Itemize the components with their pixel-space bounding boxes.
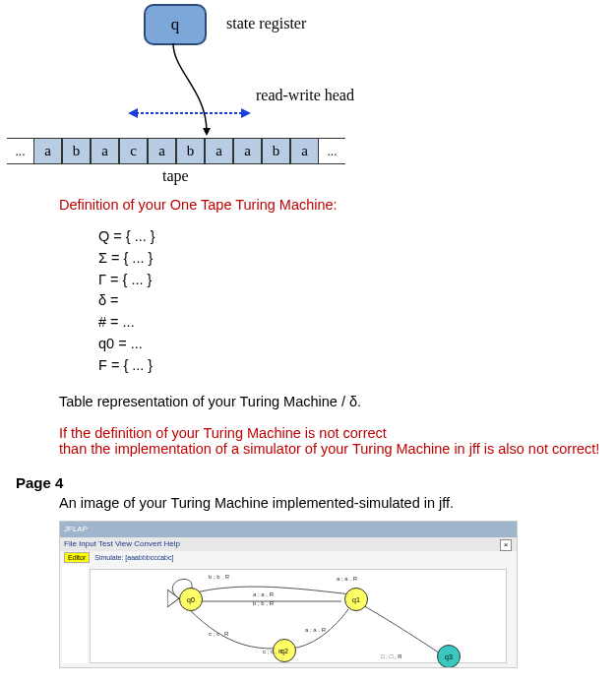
jff-transition: b ; b , R bbox=[209, 574, 229, 580]
def-line: F = { ... } bbox=[98, 355, 616, 377]
jff-tab-editor: Editor bbox=[64, 552, 90, 563]
head-connector bbox=[128, 41, 246, 140]
def-line: # = ... bbox=[98, 312, 616, 334]
tape-edge-left: ... bbox=[7, 138, 33, 164]
tape-cell: c bbox=[119, 138, 148, 164]
tape-cell: a bbox=[233, 138, 262, 164]
page-4-label: Page 4 bbox=[0, 457, 616, 495]
jff-canvas: q0 q1 q2 q3 b ; b , R a ; a , R b ; b , … bbox=[90, 569, 507, 663]
jff-screenshot: JFLAP File Input Test View Convert Help … bbox=[59, 521, 518, 668]
state-register-box: q bbox=[144, 4, 207, 45]
jff-title-bar: JFLAP bbox=[60, 522, 517, 537]
def-line: Q = { ... } bbox=[98, 226, 616, 248]
tape-edge-right: ... bbox=[319, 138, 345, 164]
def-line: q0 = ... bbox=[98, 334, 616, 355]
jff-transition: a ; a , R bbox=[305, 627, 326, 633]
definition-title: Definition of your One Tape Turing Machi… bbox=[59, 197, 616, 213]
turing-machine-diagram: q state register read-write head ... a b… bbox=[0, 0, 616, 177]
jff-transition: c ; c , R bbox=[263, 649, 282, 654]
jff-toolbar bbox=[62, 565, 88, 663]
jff-transition: □ ; □ , R bbox=[381, 653, 402, 659]
definition-lines: Q = { ... } Σ = { ... } Γ = { ... } δ = … bbox=[59, 226, 616, 376]
jff-transition: b ; b , R bbox=[253, 600, 274, 606]
def-line: Σ = { ... } bbox=[98, 248, 616, 270]
jff-transition: a ; a , R bbox=[253, 591, 274, 597]
label-read-write-head: read-write head bbox=[256, 87, 354, 104]
label-state-register: state register bbox=[226, 15, 306, 32]
tape-cell: a bbox=[33, 138, 62, 164]
head-range-arrow bbox=[128, 103, 251, 123]
table-caption: Table representation of your Turing Mach… bbox=[59, 394, 616, 409]
tape-cell: b bbox=[62, 138, 91, 164]
tape-label: tape bbox=[162, 167, 189, 185]
close-icon: × bbox=[500, 539, 512, 551]
jff-menu-bar: File Input Test View Convert Help bbox=[60, 537, 517, 551]
state-letter: q bbox=[171, 15, 180, 34]
jff-tab-bar: Editor Simulate: [aaabbbcccabc] bbox=[60, 551, 517, 565]
svg-marker-0 bbox=[203, 128, 211, 136]
tape-cell: a bbox=[148, 138, 176, 164]
tape-cell: b bbox=[262, 138, 290, 164]
def-line: Γ = { ... } bbox=[98, 270, 616, 291]
warning-line-2: than the implementation of a simulator o… bbox=[59, 441, 616, 457]
jff-state: q3 bbox=[437, 645, 461, 668]
jff-tab-simulate: Simulate: [aaabbbcccabc] bbox=[92, 553, 176, 562]
tape-cell: a bbox=[290, 138, 319, 164]
tape-cell: a bbox=[205, 138, 233, 164]
svg-marker-3 bbox=[241, 108, 251, 118]
jff-transition: c ; c , R bbox=[209, 631, 228, 637]
warning-line-1: If the definition of your Turing Machine… bbox=[59, 425, 616, 441]
tape-cell: a bbox=[91, 138, 119, 164]
jff-transition: a ; a , R bbox=[337, 576, 357, 582]
def-line: δ = bbox=[98, 290, 616, 312]
svg-marker-2 bbox=[128, 108, 138, 118]
page-4-caption: An image of your Turing Machine implemen… bbox=[59, 495, 616, 511]
tape: ... a b a c a b a a b a ... bbox=[7, 138, 345, 164]
svg-marker-4 bbox=[167, 590, 179, 607]
tape-cell: b bbox=[176, 138, 205, 164]
